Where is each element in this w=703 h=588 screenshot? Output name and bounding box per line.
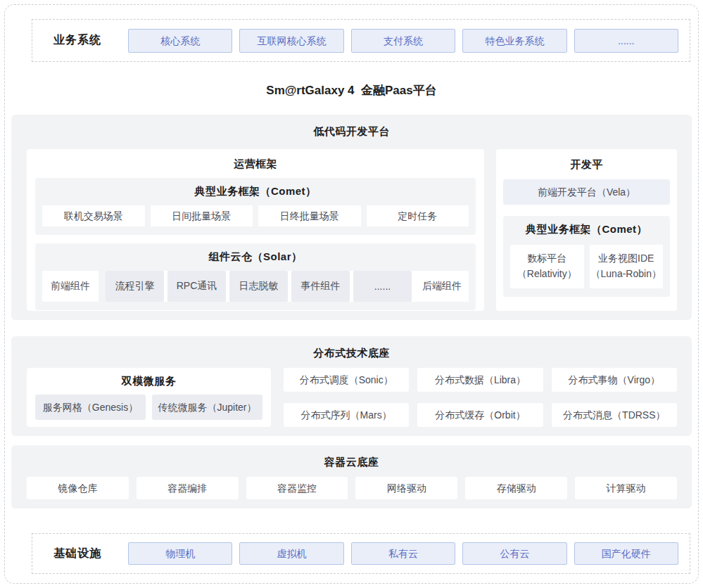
solar-component-warehouse-title: 组件云仓（Solar） (42, 243, 469, 271)
solar-component-row: 前端组件 流程引擎 RPC通讯 日志脱敏 事件组件 ...... 后端组件 (42, 271, 469, 302)
lowcode-platform-section: 低代码开发平台 运营框架 典型业务框架（Comet） 联机交易场景 日间批量场景… (11, 115, 692, 320)
chip-payment-system[interactable]: 支付系统 (351, 29, 455, 53)
comet-business-framework-title: 典型业务框架（Comet） (42, 178, 469, 205)
chip-backend-components[interactable]: 后端组件 (415, 271, 469, 302)
chip-libra-distributed-data[interactable]: 分布式数据（Libra） (417, 368, 543, 392)
chip-mars-distributed-sequence[interactable]: 分布式序列（Mars） (284, 403, 409, 427)
business-systems-panel: 业务系统 核心系统 互联网核心系统 支付系统 特色业务系统 ...... (32, 19, 690, 62)
chip-solar-ellipsis[interactable]: ...... (353, 271, 412, 302)
chip-relativity-data-platform[interactable]: 数标平台 （Relativity） (510, 245, 584, 288)
solar-middle-components: 流程引擎 RPC通讯 日志脱敏 事件组件 ...... 后端组件 (106, 271, 469, 302)
chip-business-ellipsis[interactable]: ...... (574, 29, 678, 53)
chip-sonic-distributed-scheduling[interactable]: 分布式调度（Sonic） (284, 368, 409, 392)
chip-domestic-hardware[interactable]: 国产化硬件 (574, 542, 678, 565)
dev-comet-framework-title: 典型业务框架（Comet） (510, 216, 663, 243)
chip-genesis-service-mesh[interactable]: 服务网格（Genesis） (35, 395, 146, 420)
container-cloud-base-title: 容器云底座 (11, 445, 692, 469)
dev-platform-title: 开发平 (503, 158, 670, 172)
chip-orbit-distributed-cache[interactable]: 分布式缓存（Orbit） (417, 403, 543, 427)
chip-endofday-batch-scenario[interactable]: 日终批量场景 (258, 205, 361, 226)
chip-scheduled-task[interactable]: 定时任务 (367, 205, 469, 226)
chip-compute-driver[interactable]: 计算驱动 (575, 477, 677, 499)
chip-image-repository[interactable]: 镜像仓库 (27, 477, 129, 499)
chip-special-business-system[interactable]: 特色业务系统 (462, 29, 566, 53)
chip-online-trading-scenario[interactable]: 联机交易场景 (42, 205, 145, 226)
solar-component-warehouse-box: 组件云仓（Solar） 前端组件 流程引擎 RPC通讯 日志脱敏 事件组件 ..… (35, 243, 476, 310)
chip-log-masking[interactable]: 日志脱敏 (229, 271, 288, 302)
chip-event-components[interactable]: 事件组件 (291, 271, 350, 302)
lowcode-platform-title: 低代码开发平台 (11, 115, 692, 139)
dev-comet-framework-box: 典型业务框架（Comet） 数标平台 （Relativity） 业务视图IDE … (503, 216, 670, 297)
chip-frontend-components[interactable]: 前端组件 (42, 271, 99, 302)
chip-vela-frontend-platform[interactable]: 前端开发平台（Vela） (503, 179, 670, 205)
page-title: Sm@rtGalaxy 4 金融Paas平台 (0, 82, 703, 98)
dual-mode-microservices-card: 双模微服务 服务网格（Genesis） 传统微服务（Jupiter） (27, 368, 271, 427)
operation-frame-title: 运营框架 (35, 158, 476, 171)
distributed-tech-base-title: 分布式技术底座 (11, 336, 692, 360)
chip-daytime-batch-scenario[interactable]: 日间批量场景 (151, 205, 253, 226)
chip-network-driver[interactable]: 网络驱动 (355, 477, 457, 499)
chip-virgo-distributed-transaction[interactable]: 分布式事物（Virgo） (552, 368, 677, 392)
chip-luna-robin-business-ide[interactable]: 业务视图IDE （Luna-Robin） (590, 245, 664, 288)
distributed-tech-base-section: 分布式技术底座 双模微服务 服务网格（Genesis） 传统微服务（Jupite… (11, 336, 692, 436)
infrastructure-panel: 基础设施 物理机 虚拟机 私有云 公有云 国产化硬件 (32, 533, 690, 574)
chip-internet-core-system[interactable]: 互联网核心系统 (239, 29, 343, 53)
chip-tdrss-distributed-message[interactable]: 分布式消息（TDRSS） (552, 403, 677, 427)
dual-mode-row: 服务网格（Genesis） 传统微服务（Jupiter） (35, 395, 262, 420)
chip-process-engine[interactable]: 流程引擎 (106, 271, 164, 302)
distributed-tech-base-body: 双模微服务 服务网格（Genesis） 传统微服务（Jupiter） 分布式调度… (27, 368, 677, 427)
chip-core-system[interactable]: 核心系统 (128, 29, 232, 53)
chip-container-orchestration[interactable]: 容器编排 (137, 477, 239, 499)
dev-comet-row: 数标平台 （Relativity） 业务视图IDE （Luna-Robin） (510, 245, 663, 288)
container-cloud-base-section: 容器云底座 镜像仓库 容器编排 容器监控 网络驱动 存储驱动 计算驱动 (11, 445, 692, 509)
operation-frame-card: 运营框架 典型业务框架（Comet） 联机交易场景 日间批量场景 日终批量场景 … (27, 149, 484, 311)
chip-rpc-communication[interactable]: RPC通讯 (167, 271, 226, 302)
distributed-services-grid: 分布式调度（Sonic） 分布式数据（Libra） 分布式事物（Virgo） 分… (284, 368, 677, 427)
container-cloud-row: 镜像仓库 容器编排 容器监控 网络驱动 存储驱动 计算驱动 (27, 477, 677, 499)
chip-private-cloud[interactable]: 私有云 (351, 542, 455, 565)
chip-public-cloud[interactable]: 公有云 (462, 542, 566, 565)
dev-platform-card: 开发平 前端开发平台（Vela） 典型业务框架（Comet） 数标平台 （Rel… (496, 149, 677, 311)
chip-container-monitoring[interactable]: 容器监控 (246, 477, 348, 499)
business-systems-label: 业务系统 (53, 33, 101, 48)
chip-virtual-machine[interactable]: 虚拟机 (239, 542, 343, 565)
lowcode-platform-body: 运营框架 典型业务框架（Comet） 联机交易场景 日间批量场景 日终批量场景 … (27, 149, 677, 311)
chip-jupiter-traditional-microservices[interactable]: 传统微服务（Jupiter） (152, 395, 262, 420)
infrastructure-label: 基础设施 (53, 547, 101, 561)
dual-mode-microservices-title: 双模微服务 (35, 375, 262, 388)
comet-business-framework-box: 典型业务框架（Comet） 联机交易场景 日间批量场景 日终批量场景 定时任务 (35, 178, 476, 235)
chip-physical-machine[interactable]: 物理机 (128, 542, 232, 565)
comet-scenario-row: 联机交易场景 日间批量场景 日终批量场景 定时任务 (42, 205, 469, 226)
chip-storage-driver[interactable]: 存储驱动 (465, 477, 567, 499)
